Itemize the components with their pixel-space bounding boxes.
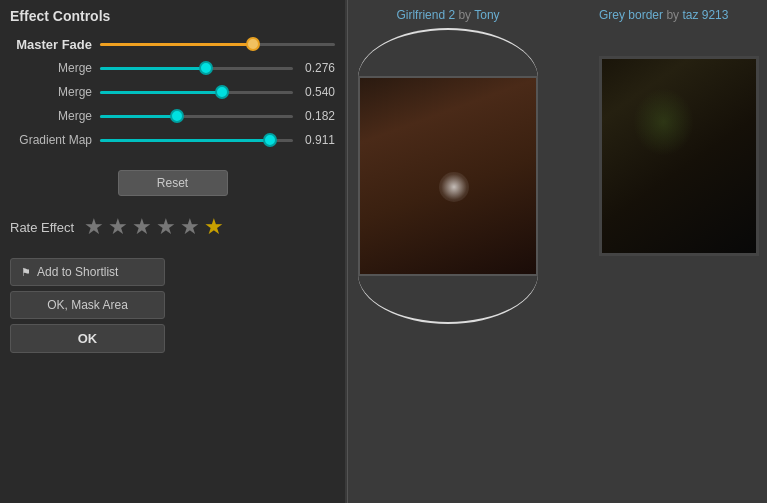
gradient-map-slider[interactable] xyxy=(100,132,293,148)
right-preview-title: Grey border by taz 9213 xyxy=(599,8,728,22)
merge2-fill xyxy=(100,91,222,94)
right-photo xyxy=(602,59,756,253)
gradient-map-fill xyxy=(100,139,270,142)
gradient-map-track xyxy=(100,139,293,142)
center-photo xyxy=(360,78,536,274)
panel-divider xyxy=(347,0,348,503)
merge3-slider[interactable] xyxy=(100,108,293,124)
master-fade-label: Master Fade xyxy=(10,37,100,52)
effect-controls-panel: Effect Controls Master Fade Merge 0.276 … xyxy=(0,0,345,503)
merge2-value: 0.540 xyxy=(293,85,335,99)
right-photo-glow xyxy=(633,88,695,156)
center-preview: Girlfriend 2 by Tony xyxy=(358,8,538,324)
arc-bottom xyxy=(358,274,538,324)
master-fade-fill xyxy=(100,43,253,46)
add-to-shortlist-button[interactable]: ⚑ Add to Shortlist xyxy=(10,258,165,286)
master-fade-row: Master Fade xyxy=(10,36,335,52)
merge3-label: Merge xyxy=(10,109,100,123)
right-preview-author: taz 9213 xyxy=(682,8,728,22)
merge3-fill xyxy=(100,115,177,118)
reset-button[interactable]: Reset xyxy=(118,170,228,196)
preview-area: Girlfriend 2 by Tony xyxy=(350,0,767,503)
merge1-label: Merge xyxy=(10,61,100,75)
flag-icon: ⚑ xyxy=(21,266,31,279)
gradient-map-row: Gradient Map 0.911 xyxy=(10,132,335,148)
center-preview-name: Girlfriend 2 xyxy=(396,8,455,22)
star-rating[interactable]: ★ ★ ★ ★ ★ ★ xyxy=(84,214,224,240)
right-preview-by: by xyxy=(666,8,682,22)
master-fade-slider[interactable] xyxy=(100,36,335,52)
right-preview-link[interactable]: Grey border by taz 9213 xyxy=(599,8,728,22)
shortlist-label: Add to Shortlist xyxy=(37,265,118,279)
gradient-map-label: Gradient Map xyxy=(10,133,100,147)
right-preview-name: Grey border xyxy=(599,8,663,22)
right-photo-frame xyxy=(599,56,759,256)
star-4[interactable]: ★ xyxy=(156,214,176,240)
star-3[interactable]: ★ xyxy=(132,214,152,240)
panel-title: Effect Controls xyxy=(10,8,335,24)
ok-button[interactable]: OK xyxy=(10,324,165,353)
merge2-thumb[interactable] xyxy=(215,85,229,99)
right-preview: Grey border by taz 9213 xyxy=(599,8,759,256)
merge1-fill xyxy=(100,67,206,70)
center-photo-frame xyxy=(358,76,538,276)
master-fade-track xyxy=(100,43,335,46)
gradient-map-value: 0.911 xyxy=(293,133,335,147)
rate-label: Rate Effect xyxy=(10,220,74,235)
merge2-slider[interactable] xyxy=(100,84,293,100)
star-5[interactable]: ★ xyxy=(180,214,200,240)
gradient-map-thumb[interactable] xyxy=(263,133,277,147)
center-preview-link[interactable]: Girlfriend 2 by Tony xyxy=(396,8,499,22)
merge3-thumb[interactable] xyxy=(170,109,184,123)
merge3-row: Merge 0.182 xyxy=(10,108,335,124)
action-buttons: ⚑ Add to Shortlist OK, Mask Area OK xyxy=(10,258,335,353)
previews-row: Girlfriend 2 by Tony xyxy=(358,8,759,324)
merge1-row: Merge 0.276 xyxy=(10,60,335,76)
center-preview-title: Girlfriend 2 by Tony xyxy=(396,8,499,22)
merge3-track xyxy=(100,115,293,118)
arc-top xyxy=(358,28,538,78)
merge2-track xyxy=(100,91,293,94)
merge1-slider[interactable] xyxy=(100,60,293,76)
star-1[interactable]: ★ xyxy=(84,214,104,240)
star-2[interactable]: ★ xyxy=(108,214,128,240)
rate-effect-row: Rate Effect ★ ★ ★ ★ ★ ★ xyxy=(10,214,335,240)
star-6[interactable]: ★ xyxy=(204,214,224,240)
center-preview-by: by xyxy=(458,8,474,22)
merge2-row: Merge 0.540 xyxy=(10,84,335,100)
merge1-value: 0.276 xyxy=(293,61,335,75)
ok-mask-area-button[interactable]: OK, Mask Area xyxy=(10,291,165,319)
merge2-label: Merge xyxy=(10,85,100,99)
master-fade-thumb[interactable] xyxy=(246,37,260,51)
merge3-value: 0.182 xyxy=(293,109,335,123)
center-preview-author: Tony xyxy=(474,8,499,22)
merge1-track xyxy=(100,67,293,70)
merge1-thumb[interactable] xyxy=(199,61,213,75)
